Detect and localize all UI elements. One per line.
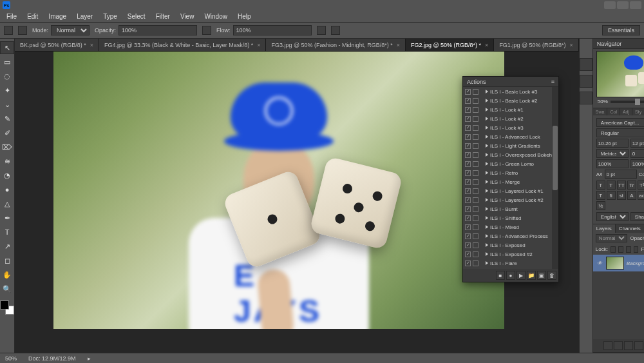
action-dialog-checkbox[interactable]	[473, 242, 478, 248]
expand-icon[interactable]	[486, 234, 488, 238]
panel-tab-sty[interactable]: Sty	[632, 108, 644, 115]
layer-mask-icon[interactable]	[624, 341, 633, 350]
horizontal-scale-input[interactable]	[630, 159, 644, 168]
action-item[interactable]: ✓ILS I - Lock #2	[463, 114, 558, 123]
action-dialog-checkbox[interactable]	[473, 206, 478, 212]
action-toggle-checkbox[interactable]: ✓	[465, 143, 471, 149]
action-dialog-checkbox[interactable]	[473, 116, 478, 122]
tool-12[interactable]: ✒	[0, 211, 14, 224]
action-dialog-checkbox[interactable]	[473, 170, 478, 176]
language-select[interactable]: English: USA	[596, 212, 629, 221]
workspace-switcher[interactable]: Essentials	[602, 25, 640, 35]
expand-icon[interactable]	[486, 171, 488, 175]
lock-transparency-icon[interactable]	[611, 246, 616, 253]
expand-icon[interactable]	[486, 207, 488, 211]
expand-icon[interactable]	[486, 216, 488, 220]
lock-pixels-icon[interactable]	[618, 246, 623, 253]
action-dialog-checkbox[interactable]	[473, 215, 478, 221]
tool-3[interactable]: ✦	[0, 84, 14, 97]
adjustment-layer-icon[interactable]	[634, 341, 643, 350]
type-style-button[interactable]: Tr	[627, 181, 636, 190]
pressure-size-icon[interactable]	[331, 26, 340, 35]
menu-filter[interactable]: Filter	[152, 12, 174, 21]
expand-icon[interactable]	[486, 90, 488, 93]
expand-icon[interactable]	[486, 252, 488, 256]
type-style-button[interactable]: st	[617, 191, 626, 200]
play-action-icon[interactable]: ▶	[516, 271, 526, 280]
opacity-input[interactable]	[118, 25, 197, 35]
lock-all-icon[interactable]	[634, 246, 639, 253]
action-toggle-checkbox[interactable]: ✓	[465, 170, 471, 176]
visibility-icon[interactable]: 👁	[596, 259, 603, 267]
blend-mode-select[interactable]: Normal	[51, 25, 90, 35]
tool-11[interactable]: △	[0, 197, 14, 210]
tool-16[interactable]: ✋	[0, 268, 14, 281]
type-style-button[interactable]: ½	[596, 201, 605, 210]
action-toggle-checkbox[interactable]: ✓	[465, 197, 471, 203]
action-dialog-checkbox[interactable]	[473, 260, 478, 266]
scrollbar-thumb[interactable]	[553, 126, 558, 190]
action-toggle-checkbox[interactable]: ✓	[465, 134, 471, 140]
action-dialog-checkbox[interactable]	[473, 125, 478, 131]
action-toggle-checkbox[interactable]: ✓	[465, 188, 471, 194]
pressure-opacity-icon[interactable]	[202, 26, 211, 35]
info-panel-icon[interactable]	[580, 92, 592, 104]
maximize-button[interactable]	[617, 1, 629, 9]
menu-image[interactable]: Image	[44, 12, 70, 21]
airbrush-icon[interactable]	[317, 26, 326, 35]
link-layers-icon[interactable]	[603, 341, 612, 350]
tab-close-icon[interactable]: ×	[397, 42, 400, 48]
color-swatches[interactable]	[0, 300, 14, 315]
font-style-select[interactable]: Regular	[596, 128, 644, 137]
action-item[interactable]: ✓ILS I - Advanced Process	[463, 231, 558, 240]
action-item[interactable]: ✓ILS I - Retro	[463, 168, 558, 177]
layers-tab-channels[interactable]: Channels	[616, 224, 644, 233]
expand-icon[interactable]	[486, 99, 488, 103]
type-style-button[interactable]: ad	[638, 191, 644, 200]
tab-close-icon[interactable]: ×	[257, 42, 260, 48]
menu-layer[interactable]: Layer	[73, 12, 97, 21]
action-item[interactable]: ✓ILS I - Mixed	[463, 222, 558, 231]
expand-icon[interactable]	[486, 162, 488, 166]
type-style-button[interactable]: A	[627, 191, 636, 200]
action-dialog-checkbox[interactable]	[473, 134, 478, 140]
expand-icon[interactable]	[486, 153, 488, 157]
minimize-button[interactable]	[604, 1, 616, 9]
flow-input[interactable]	[233, 25, 312, 35]
type-style-button[interactable]: TT	[617, 181, 626, 190]
tool-7[interactable]: ⌦	[0, 141, 14, 153]
action-item[interactable]: ✓ILS I - Exposed #2	[463, 250, 558, 259]
menu-view[interactable]: View	[176, 12, 198, 21]
action-toggle-checkbox[interactable]: ✓	[465, 179, 471, 185]
expand-icon[interactable]	[486, 126, 488, 130]
document-tab[interactable]: FG4.jpg @ 33.3% (Black & White - Basic, …	[99, 39, 266, 51]
action-item[interactable]: ✓ILS I - Merge	[463, 177, 558, 186]
action-toggle-checkbox[interactable]: ✓	[465, 125, 471, 131]
history-panel-icon[interactable]	[580, 58, 592, 71]
tool-10[interactable]: ●	[0, 183, 14, 196]
tool-0[interactable]: ↖	[0, 41, 14, 54]
status-zoom[interactable]: 50%	[5, 355, 17, 362]
document-tab[interactable]: BK.psd @ 50% (RGB/8) *×	[15, 39, 99, 51]
expand-icon[interactable]	[486, 108, 488, 112]
action-toggle-checkbox[interactable]: ✓	[465, 242, 471, 248]
action-item[interactable]: ✓ILS I - Light Gradients	[463, 141, 558, 150]
panel-tab-adj[interactable]: Adj	[620, 108, 632, 115]
tab-close-icon[interactable]: ×	[570, 42, 573, 48]
action-toggle-checkbox[interactable]: ✓	[465, 152, 471, 158]
action-item[interactable]: ✓ILS I - Basic Lock #3	[463, 87, 558, 96]
action-toggle-checkbox[interactable]: ✓	[465, 161, 471, 167]
expand-icon[interactable]	[486, 261, 488, 265]
expand-icon[interactable]	[486, 180, 488, 184]
action-item[interactable]: ✓ILS I - Exposed	[463, 240, 558, 250]
action-dialog-checkbox[interactable]	[473, 197, 478, 203]
action-toggle-checkbox[interactable]: ✓	[465, 260, 471, 266]
document-tab[interactable]: FG2.jpg @ 50% (RGB/8*) *×	[406, 39, 494, 51]
action-item[interactable]: ✓ILS I - Burnt	[463, 204, 558, 213]
tool-14[interactable]: ↗	[0, 240, 14, 253]
properties-panel-icon[interactable]	[580, 75, 592, 88]
action-toggle-checkbox[interactable]: ✓	[465, 233, 471, 239]
tool-15[interactable]: ◻	[0, 254, 14, 267]
action-dialog-checkbox[interactable]	[473, 143, 478, 149]
action-item[interactable]: ✓ILS I - Basic Lock #2	[463, 96, 558, 105]
